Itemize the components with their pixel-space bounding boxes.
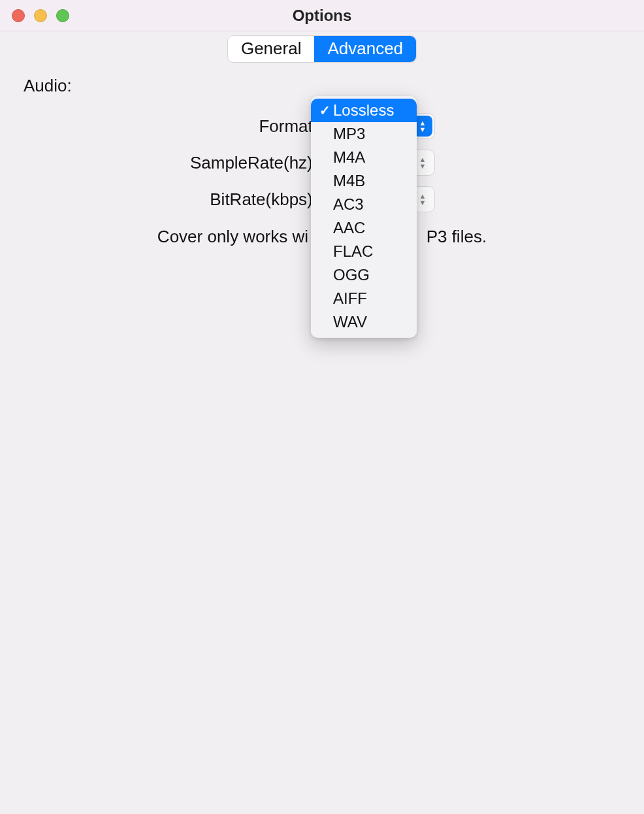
format-option-flac[interactable]: ✓ FLAC: [311, 240, 417, 263]
format-option-aiff[interactable]: ✓ AIFF: [311, 287, 417, 310]
tab-segmented-control: General Advanced: [227, 35, 417, 63]
close-window-button[interactable]: [12, 9, 25, 22]
format-option-m4a[interactable]: ✓ M4A: [311, 146, 417, 169]
format-dropdown-menu: ✓ Lossless ✓ MP3 ✓ M4A ✓ M4B ✓ AC3 ✓ AAC…: [311, 96, 417, 338]
format-option-aac[interactable]: ✓ AAC: [311, 216, 417, 240]
format-option-mp3[interactable]: ✓ MP3: [311, 122, 417, 146]
format-option-m4b[interactable]: ✓ M4B: [311, 169, 417, 193]
audio-section-label: Audio:: [24, 76, 644, 96]
format-option-label: WAV: [332, 313, 367, 331]
window-title: Options: [293, 7, 352, 25]
samplerate-label: SampleRate(hz):: [0, 153, 320, 173]
format-label: Format:: [0, 116, 320, 137]
titlebar: Options: [0, 0, 644, 31]
format-option-label: AIFF: [332, 289, 367, 308]
format-option-lossless[interactable]: ✓ Lossless: [311, 99, 417, 122]
zoom-window-button[interactable]: [56, 9, 69, 22]
tabs-row: General Advanced: [0, 35, 644, 63]
format-option-wav[interactable]: ✓ WAV: [311, 310, 417, 334]
format-option-ogg[interactable]: ✓ OGG: [311, 263, 417, 287]
format-option-label: MP3: [332, 125, 365, 143]
checkmark-icon: ✓: [317, 103, 332, 118]
tab-advanced[interactable]: Advanced: [314, 36, 416, 62]
bitrate-label: BitRate(kbps):: [0, 189, 320, 210]
format-option-label: AC3: [332, 195, 364, 214]
tab-general[interactable]: General: [228, 36, 315, 62]
format-option-label: M4B: [332, 172, 365, 190]
format-option-label: AAC: [332, 219, 365, 237]
format-option-label: FLAC: [332, 242, 373, 261]
minimize-window-button[interactable]: [34, 9, 47, 22]
format-option-label: OGG: [332, 266, 370, 284]
cover-note-suffix: P3 files.: [427, 227, 487, 246]
format-option-label: M4A: [332, 148, 365, 167]
traffic-lights: [12, 9, 69, 22]
format-option-label: Lossless: [332, 101, 394, 120]
cover-note-prefix: Cover only works wi: [157, 227, 308, 246]
format-option-ac3[interactable]: ✓ AC3: [311, 193, 417, 216]
